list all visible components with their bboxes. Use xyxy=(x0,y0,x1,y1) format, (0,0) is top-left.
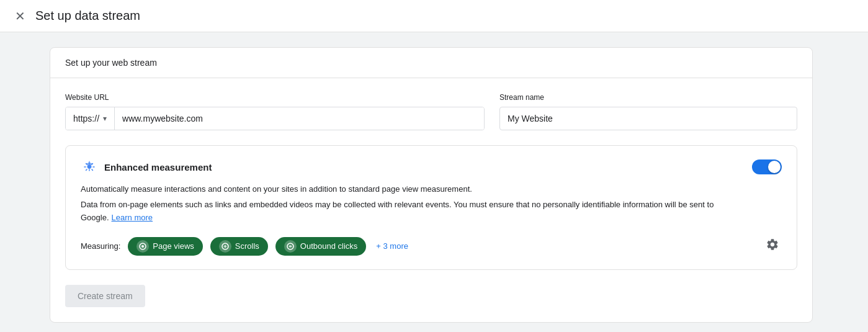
form-row: Website URL https:// ▾ Stream name xyxy=(65,93,797,130)
enhanced-desc-line2: Data from on-page elements such as links… xyxy=(81,199,763,225)
create-stream-button[interactable]: Create stream xyxy=(65,285,145,307)
gear-settings-button[interactable] xyxy=(763,235,782,257)
stream-name-input[interactable] xyxy=(499,107,797,130)
enhanced-description: Automatically measure interactions and c… xyxy=(81,183,782,224)
svg-point-2 xyxy=(141,245,144,248)
close-icon[interactable]: ✕ xyxy=(15,10,25,22)
card-body: Website URL https:// ▾ Stream name xyxy=(50,78,812,322)
svg-point-0 xyxy=(87,165,91,169)
scrolls-icon xyxy=(219,240,231,253)
learn-more-link[interactable]: Learn more xyxy=(112,213,153,222)
card-header-label: Set up your web stream xyxy=(65,58,157,68)
setup-card: Set up your web stream Website URL https… xyxy=(50,47,813,323)
enhanced-title-row: Enhanced measurement xyxy=(81,158,212,176)
enhanced-title: Enhanced measurement xyxy=(104,162,212,173)
chevron-down-icon: ▾ xyxy=(103,114,107,123)
gear-icon xyxy=(766,238,779,251)
enhanced-icon xyxy=(81,158,98,176)
toggle-thumb xyxy=(768,161,781,173)
stream-name-label: Stream name xyxy=(499,93,797,102)
url-input-row: https:// ▾ xyxy=(65,107,485,130)
chip-scrolls[interactable]: Scrolls xyxy=(210,237,268,256)
measuring-row: Measuring: Page views Scrolls xyxy=(81,235,782,257)
chip-outbound-clicks[interactable]: Outbound clicks xyxy=(275,237,367,256)
more-label[interactable]: + 3 more xyxy=(376,241,408,251)
actions-row: Create stream xyxy=(65,285,797,307)
url-input[interactable] xyxy=(115,107,484,130)
chip-page-views[interactable]: Page views xyxy=(128,237,202,256)
stream-name-group: Stream name xyxy=(499,93,797,130)
toggle-track xyxy=(752,159,782,174)
outbound-clicks-icon xyxy=(284,240,297,253)
url-group: Website URL https:// ▾ xyxy=(65,93,485,130)
header: ✕ Set up data stream xyxy=(0,0,868,32)
main-content: Set up your web stream Website URL https… xyxy=(0,32,868,332)
card-header: Set up your web stream xyxy=(50,48,812,78)
enhanced-measurement-card: Enhanced measurement Automatically measu… xyxy=(65,145,797,270)
enhanced-header-row: Enhanced measurement xyxy=(81,158,782,176)
chip-page-views-label: Page views xyxy=(153,241,194,251)
enhanced-desc-line2-text: Data from on-page elements such as links… xyxy=(81,200,714,222)
toggle-switch[interactable] xyxy=(752,159,782,174)
chip-scrolls-label: Scrolls xyxy=(235,241,259,251)
protocol-selector[interactable]: https:// ▾ xyxy=(66,107,115,130)
enhanced-desc-line1: Automatically measure interactions and c… xyxy=(81,183,763,196)
protocol-value: https:// xyxy=(73,114,99,123)
page-title: Set up data stream xyxy=(35,9,140,23)
chip-outbound-clicks-label: Outbound clicks xyxy=(300,241,358,251)
measuring-label: Measuring: xyxy=(81,241,120,251)
website-url-label: Website URL xyxy=(65,93,485,102)
page-views-icon xyxy=(136,240,149,253)
